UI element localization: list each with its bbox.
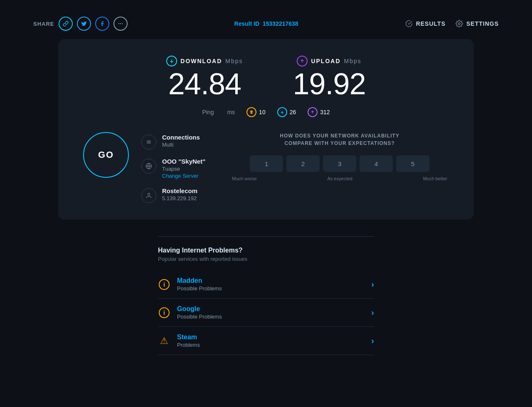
jitter-down-icon: [277, 107, 287, 117]
ping-item-latency: 10: [246, 107, 266, 117]
google-name: Google: [177, 305, 222, 313]
network-comparison: HOW DOES YOUR NETWORK AVAILABILITY COMPA…: [230, 132, 449, 181]
jitter-up-value: 312: [320, 109, 330, 115]
provider-item: Rostelecom 5.139.229.192: [141, 187, 205, 203]
gear-icon: [456, 20, 463, 27]
rating-2-button[interactable]: 2: [286, 155, 320, 172]
provider-ip: 5.139.229.192: [162, 195, 197, 201]
network-question: HOW DOES YOUR NETWORK AVAILABILITY COMPA…: [230, 132, 449, 147]
main-card: DOWNLOAD Mbps 24.84 UPLOAD Mbps 19.92 Pi…: [58, 39, 474, 220]
share-twitter-button[interactable]: [77, 17, 91, 31]
ping-label: Ping: [202, 109, 214, 115]
madden-name: Madden: [177, 277, 222, 284]
rating-4-button[interactable]: 4: [360, 155, 393, 172]
latency-icon: [246, 107, 256, 117]
results-button[interactable]: RESULTS: [405, 20, 446, 27]
result-id: Result ID 15332217638: [234, 20, 298, 27]
result-id-value[interactable]: 15332217638: [263, 20, 298, 27]
info-icon-google: i: [159, 307, 170, 318]
warning-icon-steam: ⚠: [160, 336, 168, 346]
divider: [158, 236, 374, 237]
isp-location: Tuapse: [162, 166, 205, 172]
go-button[interactable]: GO: [83, 132, 129, 178]
svg-point-1: [120, 23, 121, 24]
isp-text: OOO "SkyNet" Tuapse Change Server: [162, 158, 205, 179]
problem-left-madden: i Madden Possible Problems: [158, 277, 222, 292]
checkmark-icon: [405, 20, 413, 27]
problems-title: Having Internet Problems?: [158, 247, 374, 254]
ping-row: Ping ms 10 26 312: [83, 107, 449, 117]
google-status-icon: i: [158, 306, 170, 319]
problem-left-steam: ⚠ Steam Problems: [158, 333, 200, 348]
share-more-button[interactable]: [113, 17, 128, 31]
share-section: SHARE: [33, 17, 128, 31]
problems-subtitle: Popular services with reported issues: [158, 256, 374, 262]
problem-item-google[interactable]: i Google Possible Problems ›: [158, 299, 374, 327]
download-block: DOWNLOAD Mbps 24.84: [166, 56, 243, 99]
download-icon: [166, 56, 177, 66]
nav-buttons: RESULTS SETTINGS: [405, 20, 499, 27]
provider-text: Rostelecom 5.139.229.192: [162, 187, 197, 201]
info-icon-madden: i: [159, 279, 170, 290]
rating-5-button[interactable]: 5: [396, 155, 429, 172]
share-label: SHARE: [33, 21, 54, 27]
upload-icon: [297, 56, 308, 66]
problem-left-google: i Google Possible Problems: [158, 305, 222, 320]
rating-3-button[interactable]: 3: [323, 155, 356, 172]
jitter-down-value: 26: [290, 109, 296, 115]
info-section: GO Connections Multi: [83, 132, 449, 203]
problem-item-steam[interactable]: ⚠ Steam Problems ›: [158, 327, 374, 355]
connections-label: Connections: [162, 134, 200, 141]
globe-icon: [141, 159, 156, 174]
connections-item: Connections Multi: [141, 134, 205, 150]
madden-chevron: ›: [371, 280, 374, 289]
ping-item-up: 312: [308, 107, 330, 117]
connections-value: Multi: [162, 142, 200, 148]
rating-row: 1 2 3 4 5: [230, 155, 449, 172]
steam-chevron: ›: [371, 336, 374, 346]
speed-section: DOWNLOAD Mbps 24.84 UPLOAD Mbps 19.92: [83, 56, 449, 99]
share-facebook-button[interactable]: [95, 17, 109, 31]
isp-name: OOO "SkyNet": [162, 158, 205, 165]
change-server-link[interactable]: Change Server: [162, 173, 205, 179]
google-info: Google Possible Problems: [177, 305, 222, 320]
connections-text: Connections Multi: [162, 134, 200, 148]
rating-1-button[interactable]: 1: [250, 155, 283, 172]
share-link-button[interactable]: [59, 17, 73, 31]
go-and-details: GO Connections Multi: [83, 132, 205, 203]
google-status: Possible Problems: [177, 314, 222, 320]
steam-info: Steam Problems: [177, 333, 200, 348]
google-chevron: ›: [371, 308, 374, 317]
top-bar: SHARE Result ID 15332217638 RESULTS SETT…: [0, 0, 532, 39]
ping-item-down: 26: [277, 107, 296, 117]
settings-button[interactable]: SETTINGS: [456, 20, 499, 27]
upload-value: 19.92: [293, 69, 366, 99]
svg-point-13: [148, 193, 150, 195]
isp-item: OOO "SkyNet" Tuapse Change Server: [141, 158, 205, 179]
label-much-worse: Much worse: [232, 176, 256, 181]
ping-unit: ms: [227, 109, 235, 115]
user-icon: [141, 188, 156, 203]
steam-status-icon: ⚠: [158, 335, 170, 347]
svg-point-2: [121, 23, 122, 24]
label-as-expected: As expected: [327, 176, 352, 181]
steam-name: Steam: [177, 333, 200, 341]
download-value: 24.84: [166, 69, 243, 99]
provider-name: Rostelecom: [162, 187, 197, 194]
madden-status: Possible Problems: [177, 285, 222, 292]
svg-point-0: [118, 23, 119, 24]
download-label: DOWNLOAD Mbps: [166, 56, 243, 66]
steam-status: Problems: [177, 342, 200, 348]
madden-info: Madden Possible Problems: [177, 277, 222, 292]
label-much-better: Much better: [423, 176, 447, 181]
problems-section: Having Internet Problems? Popular servic…: [158, 247, 374, 355]
connections-icon: [141, 135, 156, 150]
jitter-up-icon: [308, 107, 318, 117]
madden-status-icon: i: [158, 278, 170, 291]
upload-block: UPLOAD Mbps 19.92: [293, 56, 366, 99]
rating-labels: Much worse As expected Much better: [230, 176, 449, 181]
ping-value: 10: [259, 109, 266, 115]
connection-details: Connections Multi OOO "SkyNet" Tuapse Ch…: [141, 132, 205, 203]
problem-item-madden[interactable]: i Madden Possible Problems ›: [158, 270, 374, 299]
upload-label: UPLOAD Mbps: [293, 56, 366, 66]
